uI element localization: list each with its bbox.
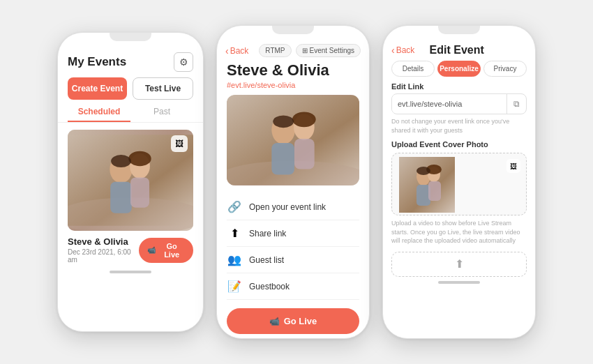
test-live-button[interactable]: Test Live	[133, 77, 193, 100]
p3-back-label: Back	[396, 45, 415, 55]
phone-1-notch	[110, 33, 151, 41]
p3-cover-image	[399, 157, 455, 213]
p1-title: My Events	[68, 55, 126, 69]
p3-tabs: Details Personalize Privacy	[383, 61, 535, 82]
svg-rect-3	[110, 182, 132, 213]
home-indicator-3	[438, 281, 480, 284]
cover-edit-icon[interactable]: 🖼	[506, 159, 520, 173]
copy-link-button[interactable]: ⧉	[506, 94, 526, 114]
menu-item-open-link[interactable]: 🔗 Open your event link	[227, 194, 359, 220]
open-link-icon: 🔗	[227, 200, 242, 213]
go-live-large-button[interactable]: Go Live	[227, 308, 359, 334]
phone-1-status	[58, 33, 203, 48]
event-name: Steve & Olivia	[68, 236, 139, 247]
event-settings-button[interactable]: ⊞ Event Settings	[296, 44, 361, 57]
phone-3-notch	[438, 26, 480, 34]
home-indicator-2	[272, 338, 314, 339]
upload-arrow-icon: ⬆	[455, 257, 464, 271]
guestbook-icon: 📝	[227, 280, 242, 293]
back-chevron-icon: ‹	[225, 45, 229, 56]
tab-details[interactable]: Details	[391, 61, 435, 77]
p2-event-title: Steve & Olivia	[217, 61, 369, 81]
phone-3-status	[383, 26, 535, 41]
settings-icon: ⊞	[302, 47, 308, 54]
upload-video-button[interactable]: ⬆	[391, 252, 527, 277]
p2-golive-wrap: Go Live	[217, 300, 369, 334]
gear-icon: ⚙	[179, 56, 188, 68]
phone-2: ‹ Back RTMP ⊞ Event Settings Steve & Oli…	[216, 25, 370, 339]
tab-personalize[interactable]: Personalize	[437, 61, 481, 77]
svg-point-6	[128, 151, 151, 167]
guestbook-label: Guestbook	[249, 282, 290, 291]
home-indicator	[110, 271, 151, 273]
p1-tabs: Scheduled Past	[58, 107, 203, 123]
tab-past[interactable]: Past	[130, 107, 193, 122]
event-date: Dec 23rd 2021, 6:00 am	[68, 248, 139, 264]
link-value[interactable]: evt.live/steve-olivia	[392, 95, 506, 113]
back-button[interactable]: ‹ Back	[225, 45, 248, 56]
gear-button[interactable]: ⚙	[174, 52, 193, 72]
image-edit-icon[interactable]: 🖼	[171, 135, 188, 152]
go-live-button[interactable]: Go Live	[139, 238, 193, 263]
phone-2-notch	[272, 26, 314, 34]
menu-item-share[interactable]: ⬆ Share link	[227, 220, 359, 247]
guestlist-icon: 👥	[227, 253, 242, 266]
back-label: Back	[230, 46, 249, 56]
p3-back-button[interactable]: ‹ Back	[391, 45, 414, 56]
phone-1: My Events ⚙ Create Event Test Live Sched…	[57, 32, 204, 332]
open-link-label: Open your event link	[249, 202, 326, 212]
menu-item-guestlist[interactable]: 👥 Guest list	[227, 247, 359, 273]
share-label: Share link	[249, 229, 286, 238]
p3-topbar: ‹ Back Edit Event	[383, 41, 535, 61]
rtmp-button[interactable]: RTMP	[259, 44, 291, 57]
p2-topbar: ‹ Back RTMP ⊞ Event Settings	[217, 41, 369, 61]
p2-toolbar-right: RTMP ⊞ Event Settings	[259, 44, 361, 57]
p1-header: My Events ⚙	[58, 48, 203, 77]
guestlist-label: Guest list	[249, 255, 284, 265]
tab-privacy[interactable]: Privacy	[483, 61, 527, 77]
tab-scheduled[interactable]: Scheduled	[68, 107, 130, 122]
cover-upload-area[interactable]: 🖼	[391, 153, 527, 215]
event-details: Steve & Olivia Dec 23rd 2021, 6:00 am	[68, 236, 139, 264]
phone-3: ‹ Back Edit Event Details Personalize Pr…	[382, 25, 536, 339]
menu-item-guestbook[interactable]: 📝 Guestbook	[227, 273, 359, 300]
p3-couple-illustration	[399, 157, 455, 213]
edit-link-label: Edit Link	[383, 82, 535, 93]
link-row: evt.live/steve-olivia ⧉	[391, 93, 527, 114]
share-icon: ⬆	[227, 227, 242, 240]
event-info: Steve & Olivia Dec 23rd 2021, 6:00 am Go…	[68, 236, 193, 266]
cover-photo-label: Upload Event Cover Photo	[383, 140, 535, 153]
p2-cover-image	[227, 95, 359, 185]
svg-rect-20	[428, 181, 441, 201]
p2-menu: 🔗 Open your event link ⬆ Share link 👥 Gu…	[217, 194, 369, 300]
p3-page-title: Edit Event	[430, 44, 484, 56]
event-card: 🖼 Steve & Olivia Dec 23rd 2021, 6:00 am …	[58, 130, 203, 266]
phone-2-status	[217, 26, 369, 41]
p3-back-chevron-icon: ‹	[391, 45, 395, 56]
svg-point-7	[111, 155, 131, 167]
p2-couple-illustration	[227, 95, 359, 185]
svg-point-22	[416, 167, 430, 175]
p1-actions: Create Event Test Live	[58, 77, 203, 107]
svg-rect-13	[294, 139, 315, 169]
svg-rect-11	[271, 143, 294, 175]
link-hint: Do not change your event link once you'v…	[383, 117, 535, 140]
create-event-button[interactable]: Create Event	[68, 77, 127, 100]
event-settings-label: Event Settings	[310, 47, 354, 54]
svg-rect-5	[130, 177, 149, 207]
svg-point-15	[273, 115, 294, 128]
p2-event-link[interactable]: #evt.live/steve-olivia	[217, 81, 369, 95]
event-cover-image: 🖼	[68, 130, 193, 231]
upload-hint: Upload a video to show before Live Strea…	[383, 215, 535, 249]
svg-point-14	[292, 112, 316, 127]
